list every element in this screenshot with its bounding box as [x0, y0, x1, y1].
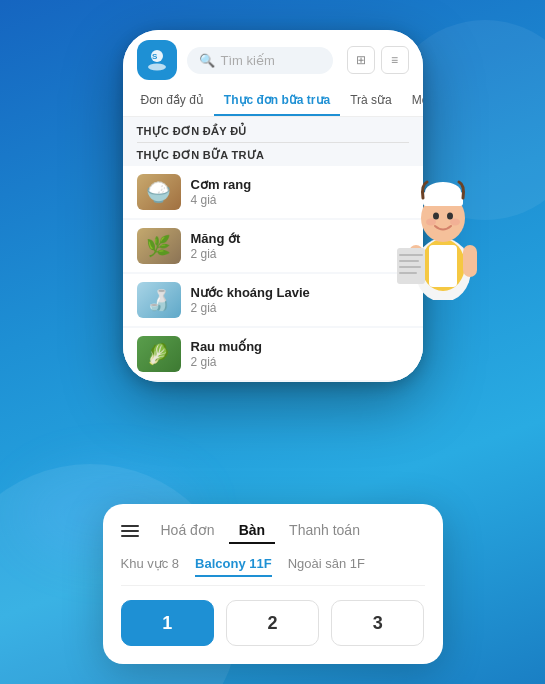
food-image-nuoc-khoang: 🍶	[137, 282, 181, 318]
food-info-rau-muong: Rau muống 2 giá	[191, 339, 409, 369]
area-tab-balcony[interactable]: Balcony 11F	[195, 556, 272, 577]
chef-illustration	[383, 140, 503, 290]
tab-dish[interactable]: Món	[402, 86, 423, 116]
svg-rect-16	[399, 260, 419, 262]
food-name-nuoc-khoang: Nước khoáng Lavie	[191, 285, 409, 300]
bottom-card: Hoá đơn Bàn Thanh toán Khu vực 8 Balcony…	[103, 504, 443, 664]
tab-lunch-menu[interactable]: Thực đơn bữa trưa	[214, 86, 340, 116]
section-lunch-menu: THỰC ĐƠN BỮA TRƯA	[123, 143, 423, 166]
svg-text:S: S	[152, 52, 158, 61]
food-price-mang-ot: 2 giá	[191, 247, 409, 261]
svg-point-1	[148, 64, 166, 71]
svg-point-12	[450, 219, 460, 226]
food-image-rau-muong: 🥬	[137, 336, 181, 372]
svg-point-11	[426, 219, 436, 226]
table-button-2[interactable]: 2	[226, 600, 319, 646]
app-logo: S	[137, 40, 177, 80]
section-full-menu: THỰC ĐƠN ĐẦY ĐỦ	[123, 117, 423, 142]
tab-full-menu[interactable]: Đơn đầy đủ	[131, 86, 214, 116]
food-name-rau-muong: Rau muống	[191, 339, 409, 354]
search-icon: 🔍	[199, 53, 215, 68]
food-price-nuoc-khoang: 2 giá	[191, 301, 409, 315]
food-info-com-rang: Cơm rang 4 giá	[191, 177, 409, 207]
menu-item-rau-muong[interactable]: 🥬 Rau muống 2 giá	[123, 328, 423, 380]
tab-payment[interactable]: Thanh toán	[279, 518, 370, 544]
svg-rect-15	[399, 254, 423, 256]
phone-top-bar: S 🔍 Tìm kiếm ⊞ ≡	[123, 30, 423, 86]
svg-point-10	[447, 213, 453, 220]
menu-content: THỰC ĐƠN ĐẦY ĐỦ THỰC ĐƠN BỮA TRƯA 🍚 Cơm …	[123, 117, 423, 382]
tab-table[interactable]: Bàn	[229, 518, 275, 544]
food-price-rau-muong: 2 giá	[191, 355, 409, 369]
list-view-icon[interactable]: ≡	[381, 46, 409, 74]
grid-view-icon[interactable]: ⊞	[347, 46, 375, 74]
tab-milk-tea[interactable]: Trà sữa	[340, 86, 402, 116]
table-grid: 1 2 3	[121, 600, 425, 646]
area-tab-bar: Khu vực 8 Balcony 11F Ngoài sân 1F	[121, 556, 425, 586]
area-tab-ngoai-san[interactable]: Ngoài sân 1F	[288, 556, 365, 577]
food-name-mang-ot: Măng ớt	[191, 231, 409, 246]
menu-item-mang-ot[interactable]: 🌿 Măng ớt 2 giá	[123, 220, 423, 272]
svg-point-9	[433, 213, 439, 220]
food-image-com-rang: 🍚	[137, 174, 181, 210]
svg-rect-18	[399, 272, 417, 274]
food-info-nuoc-khoang: Nước khoáng Lavie 2 giá	[191, 285, 409, 315]
search-placeholder: Tìm kiếm	[221, 53, 321, 68]
food-info-mang-ot: Măng ớt 2 giá	[191, 231, 409, 261]
svg-rect-17	[399, 266, 421, 268]
category-tabs: Đơn đầy đủ Thực đơn bữa trưa Trà sữa Món	[123, 86, 423, 117]
food-image-mang-ot: 🌿	[137, 228, 181, 264]
search-bar[interactable]: 🔍 Tìm kiếm	[187, 47, 333, 74]
tab-invoice[interactable]: Hoá đơn	[151, 518, 225, 544]
table-button-3[interactable]: 3	[331, 600, 424, 646]
svg-rect-5	[429, 245, 457, 287]
food-name-com-rang: Cơm rang	[191, 177, 409, 192]
svg-rect-19	[463, 245, 477, 277]
area-tab-khu-vuc-8[interactable]: Khu vực 8	[121, 556, 180, 577]
hamburger-menu-icon[interactable]	[121, 525, 139, 537]
table-button-1[interactable]: 1	[121, 600, 214, 646]
bottom-card-tab-bar: Hoá đơn Bàn Thanh toán	[121, 518, 425, 544]
svg-point-8	[425, 182, 461, 202]
phone-frame: S 🔍 Tìm kiếm ⊞ ≡ Đơn đầy đủ Thực đơn bữa…	[123, 30, 423, 382]
menu-item-com-rang[interactable]: 🍚 Cơm rang 4 giá	[123, 166, 423, 218]
menu-item-nuoc-khoang[interactable]: 🍶 Nước khoáng Lavie 2 giá	[123, 274, 423, 326]
food-price-com-rang: 4 giá	[191, 193, 409, 207]
view-toggle: ⊞ ≡	[347, 46, 409, 74]
